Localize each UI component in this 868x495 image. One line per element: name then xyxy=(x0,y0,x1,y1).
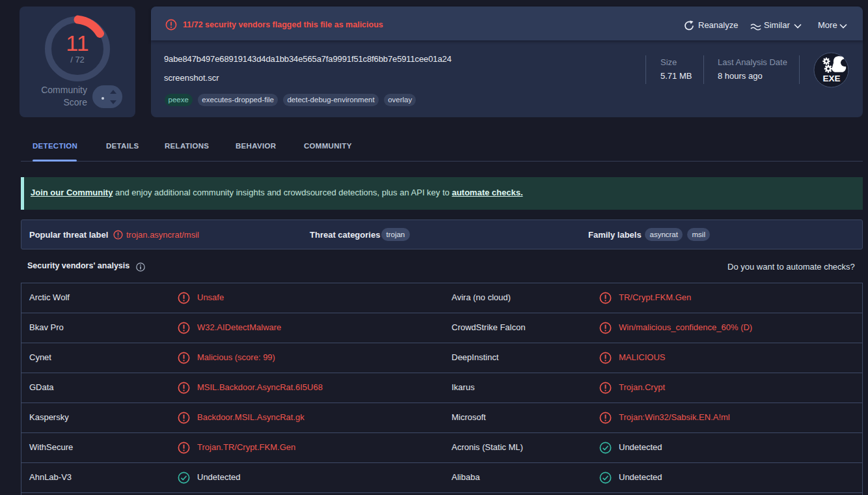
svg-text:EXE: EXE xyxy=(822,74,840,83)
